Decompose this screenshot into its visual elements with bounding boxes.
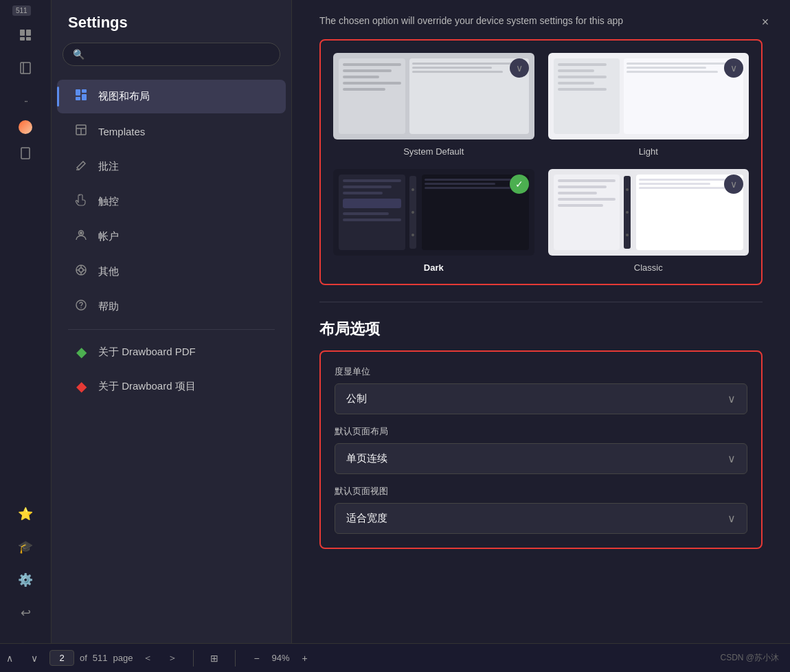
- default-page-view-field: 默认页面视图 适合宽度 ∨: [335, 485, 747, 534]
- settings-sidebar: Settings 🔍 视图和布局 Templates: [52, 0, 292, 672]
- sidebar-icon-account: [74, 228, 89, 245]
- zoom-out-button[interactable]: −: [247, 649, 266, 668]
- svg-point-18: [79, 268, 83, 272]
- sidebar-label-annotations: 批注: [98, 160, 119, 173]
- theme-label-light: Light: [639, 146, 658, 157]
- theme-check-light: ∨: [724, 58, 743, 78]
- default-page-layout-value: 单页连续: [346, 452, 387, 465]
- toolbar-separator-1: [193, 650, 194, 667]
- svg-rect-7: [76, 89, 80, 96]
- notification-badge: 511: [12, 5, 31, 16]
- svg-rect-3: [26, 37, 31, 41]
- page-label: page: [113, 653, 133, 663]
- zoom-level: 94%: [271, 653, 289, 663]
- svg-rect-9: [82, 94, 87, 100]
- zoom-in-button[interactable]: +: [295, 649, 315, 668]
- theme-preview-system-default: ∨: [332, 52, 536, 141]
- default-page-view-select[interactable]: 适合宽度 ∨: [335, 503, 747, 534]
- theme-label-system-default: System Default: [403, 146, 464, 157]
- sidebar-item-other[interactable]: 其他: [57, 255, 286, 289]
- layout-options-wrapper: 度显单位 公制 ∨ 默认页面布局 单页连续 ∨ 默认页面视图 适合宽度: [319, 350, 763, 549]
- measurement-unit-field: 度显单位 公制 ∨: [335, 366, 747, 414]
- toolbar-separator-2: [235, 650, 236, 667]
- measurement-unit-chevron-icon: ∨: [727, 392, 736, 405]
- theme-preview-light: ∨: [547, 52, 751, 141]
- layout-section-title: 布局选项: [319, 319, 763, 339]
- sidebar-icon-about-pdf: ◆: [74, 344, 89, 360]
- sidebar-item-touch[interactable]: 触控: [57, 185, 286, 219]
- of-label: of: [80, 653, 87, 663]
- theme-preview-classic: ∨: [547, 168, 751, 257]
- strip-icon-more[interactable]: ···: [10, 86, 41, 116]
- main-content: × The chosen option will override your d…: [292, 0, 790, 672]
- left-sidebar-strip: 511 ··· ⭐ 🎓 ⚙️ ↩ ↪: [0, 0, 52, 672]
- sidebar-divider: [68, 329, 275, 330]
- watermark: CSDN @苏小沐: [720, 652, 779, 664]
- theme-option-classic[interactable]: ∨ Classic: [547, 168, 751, 273]
- svg-rect-0: [20, 30, 25, 36]
- svg-rect-10: [76, 97, 80, 100]
- sidebar-icon-about-proj: ◆: [74, 378, 89, 394]
- theme-option-light[interactable]: ∨ Light: [547, 52, 751, 157]
- strip-icon-star[interactable]: ⭐: [10, 499, 41, 529]
- svg-point-16: [80, 232, 82, 234]
- sidebar-item-help[interactable]: 帮助: [57, 290, 286, 324]
- bottom-toolbar: ∧ ∨ of 511 page ＜ ＞ ⊞ − 94% + CSDN @苏小沐: [0, 643, 790, 672]
- default-page-layout-label: 默认页面布局: [335, 425, 747, 438]
- sidebar-label-view-layout: 视图和布局: [98, 90, 150, 103]
- sidebar-label-help: 帮助: [98, 300, 119, 313]
- sidebar-label-about-proj: 关于 Drawboard 项目: [98, 380, 196, 393]
- page-up-button[interactable]: ∧: [0, 649, 19, 668]
- svg-rect-6: [21, 148, 30, 159]
- search-input[interactable]: [90, 49, 270, 60]
- sidebar-icon-touch: [74, 193, 89, 210]
- close-button[interactable]: ×: [754, 11, 776, 33]
- color-accent: [19, 120, 32, 134]
- sidebar-item-account[interactable]: 帐户: [57, 220, 286, 254]
- section-divider: [319, 302, 763, 302]
- default-page-view-label: 默认页面视图: [335, 485, 747, 497]
- strip-icon-settings[interactable]: ⚙️: [10, 565, 41, 595]
- sidebar-item-annotations[interactable]: 批注: [57, 150, 286, 183]
- theme-option-system-default[interactable]: ∨ System Default: [332, 52, 536, 157]
- sidebar-label-account: 帐户: [98, 230, 119, 243]
- strip-icon-book[interactable]: [10, 53, 41, 83]
- total-pages: 511: [93, 653, 108, 663]
- strip-icon-grad[interactable]: 🎓: [10, 532, 41, 562]
- default-page-layout-select[interactable]: 单页连续 ∨: [335, 443, 747, 474]
- theme-check-system-default: ∨: [510, 58, 529, 78]
- strip-icon-undo[interactable]: ↩: [10, 598, 41, 628]
- default-page-view-chevron-icon: ∨: [727, 512, 736, 525]
- theme-label-classic: Classic: [634, 262, 663, 273]
- strip-icon-pages[interactable]: [10, 20, 41, 50]
- sidebar-icon-other: [74, 263, 89, 280]
- svg-rect-8: [82, 89, 87, 93]
- sidebar-label-templates: Templates: [98, 126, 145, 137]
- measurement-unit-select[interactable]: 公制 ∨: [335, 383, 747, 414]
- theme-grid: ∨ System Default: [332, 52, 750, 273]
- theme-option-dark[interactable]: ✓ Dark: [332, 168, 536, 273]
- sidebar-item-view-layout[interactable]: 视图和布局: [57, 80, 286, 113]
- page-down-button[interactable]: ∨: [25, 649, 44, 668]
- strip-icon-page2[interactable]: [10, 138, 41, 168]
- sidebar-icon-annotations: [74, 158, 89, 175]
- next-page-button[interactable]: ＞: [163, 649, 182, 668]
- svg-rect-2: [20, 37, 25, 41]
- grid-view-button[interactable]: ⊞: [205, 649, 224, 668]
- theme-description: The chosen option will override your dev…: [319, 14, 763, 28]
- sidebar-item-templates[interactable]: Templates: [57, 115, 286, 148]
- default-page-layout-chevron-icon: ∨: [727, 452, 736, 465]
- sidebar-item-about-pdf[interactable]: ◆ 关于 Drawboard PDF: [57, 335, 286, 368]
- svg-point-24: [80, 307, 82, 309]
- current-page-input[interactable]: [49, 650, 74, 666]
- sidebar-item-about-proj[interactable]: ◆ 关于 Drawboard 项目: [57, 370, 286, 403]
- sidebar-label-other: 其他: [98, 265, 119, 278]
- theme-grid-wrapper: ∨ System Default: [319, 39, 763, 285]
- svg-rect-1: [26, 30, 31, 36]
- search-bar[interactable]: 🔍: [63, 43, 280, 66]
- prev-page-button[interactable]: ＜: [138, 649, 157, 668]
- sidebar-label-about-pdf: 关于 Drawboard PDF: [98, 346, 196, 359]
- settings-title: Settings: [52, 14, 291, 43]
- sidebar-icon-view-layout: [74, 88, 89, 105]
- sidebar-icon-help: [74, 298, 89, 315]
